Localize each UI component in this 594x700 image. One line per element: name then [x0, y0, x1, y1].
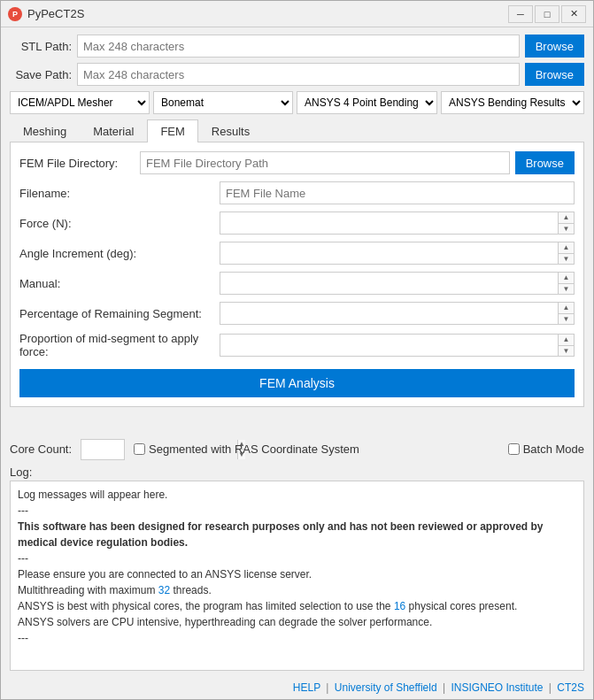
angle-down-arrow[interactable]: ▼ — [559, 254, 574, 265]
mesher-dropdown[interactable]: ICEM/APDL Mesher — [10, 91, 150, 114]
core-count-label: Core Count: — [10, 442, 72, 456]
fem-dir-label: FEM File Directory: — [19, 157, 135, 170]
angle-spinner: 10.00 ▲ ▼ — [220, 242, 575, 265]
tab-fem[interactable]: FEM — [147, 119, 197, 142]
fem-tab-content: FEM File Directory: Browse Filename: For… — [10, 142, 584, 407]
save-path-input[interactable] — [77, 63, 520, 86]
log-line-7: ANSYS solvers are CPU intensive, hyperth… — [18, 614, 576, 630]
manual-spinner: 2 ▲ ▼ — [220, 272, 575, 295]
pct-segment-up-arrow[interactable]: ▲ — [559, 303, 574, 314]
segmented-label: Segmented with RAS Coordinate System — [149, 442, 359, 456]
force-arrows: ▲ ▼ — [558, 212, 574, 234]
pct-segment-spinner: 0.50 ▲ ▼ — [220, 302, 575, 325]
save-path-row: Save Path: Browse — [10, 63, 584, 86]
manual-arrows: ▲ ▼ — [558, 273, 574, 294]
save-path-label: Save Path: — [10, 68, 72, 81]
log-line-5: Multithreading with maximum 32 threads. — [18, 582, 576, 598]
maximize-button[interactable]: □ — [535, 5, 559, 23]
proportion-arrows: ▲ ▼ — [558, 335, 574, 356]
stl-browse-button[interactable]: Browse — [525, 35, 584, 58]
ct2s-link[interactable]: CT2S — [557, 681, 584, 694]
proportion-up-arrow[interactable]: ▲ — [559, 335, 574, 346]
filename-input[interactable] — [220, 181, 575, 204]
angle-arrows: ▲ ▼ — [558, 242, 574, 264]
sheffield-link[interactable]: University of Sheffield — [335, 681, 437, 694]
app-icon: P — [8, 7, 22, 21]
window-title: PyPeCT2S — [27, 7, 508, 20]
stl-path-row: STL Path: Browse — [10, 35, 584, 58]
log-line-2: This software has been designed for rese… — [18, 519, 576, 550]
proportion-label: Proportion of mid-segment to apply force… — [19, 332, 214, 358]
fem-dir-input[interactable] — [140, 151, 510, 174]
force-up-arrow[interactable]: ▲ — [559, 212, 574, 224]
segmented-checkbox[interactable] — [134, 443, 145, 455]
pct-segment-input[interactable]: 0.50 — [220, 303, 558, 324]
pct-segment-row: Percentage of Remaining Segment: 0.50 ▲ … — [19, 302, 575, 325]
force-down-arrow[interactable]: ▼ — [559, 224, 574, 235]
tab-results[interactable]: Results — [198, 119, 263, 142]
log-cores-highlight: 16 — [394, 600, 405, 612]
close-button[interactable]: ✕ — [561, 5, 586, 23]
angle-label: Angle Increment (deg): — [19, 247, 214, 260]
tab-material[interactable]: Material — [80, 119, 147, 142]
tab-container: Meshing Material FEM Results FEM File Di… — [10, 119, 584, 407]
segmented-checkbox-group[interactable]: Segmented with RAS Coordinate System — [134, 442, 359, 456]
proportion-input[interactable]: 0.50 — [220, 335, 558, 356]
manual-up-arrow[interactable]: ▲ — [559, 273, 574, 284]
analysis-dropdown[interactable]: ANSYS 4 Point Bending — [297, 91, 437, 114]
minimize-button[interactable]: ─ — [508, 5, 533, 23]
filename-row: Filename: — [19, 181, 575, 204]
footer-sep-1: | — [326, 681, 328, 694]
tab-meshing[interactable]: Meshing — [10, 119, 80, 142]
main-window: P PyPeCT2S ─ □ ✕ STL Path: Browse Save P… — [0, 0, 594, 700]
proportion-row: Proportion of mid-segment to apply force… — [19, 332, 575, 358]
fem-dir-browse-button[interactable]: Browse — [515, 151, 575, 174]
core-count-spinner: 1 ▲ ▼ — [81, 439, 125, 460]
force-row: Force (N): 120.00 ▲ ▼ — [19, 212, 575, 235]
log-line-8: --- — [18, 630, 576, 646]
insigneo-link[interactable]: INSIGNEO Institute — [451, 681, 543, 694]
log-box: Log messages will appear here. --- This … — [10, 481, 584, 672]
batch-mode-label: Batch Mode — [523, 442, 584, 456]
manual-row: Manual: 2 ▲ ▼ — [19, 272, 575, 295]
fem-analysis-button[interactable]: FEM Analysis — [19, 369, 575, 397]
batch-mode-checkbox[interactable] — [508, 443, 520, 455]
angle-input[interactable]: 10.00 — [220, 242, 558, 264]
angle-up-arrow[interactable]: ▲ — [559, 242, 574, 254]
manual-label: Manual: — [19, 277, 214, 290]
proportion-spinner: 0.50 ▲ ▼ — [220, 334, 575, 357]
proportion-down-arrow[interactable]: ▼ — [559, 346, 574, 357]
pct-segment-down-arrow[interactable]: ▼ — [559, 314, 574, 325]
stl-path-input[interactable] — [77, 35, 520, 58]
log-line-4: Please ensure you are connected to an AN… — [18, 566, 576, 582]
dropdown-row: ICEM/APDL Mesher Bonemat ANSYS 4 Point B… — [10, 91, 584, 114]
save-browse-button[interactable]: Browse — [525, 63, 584, 86]
bottom-bar: Core Count: 1 ▲ ▼ Segmented with RAS Coo… — [1, 434, 593, 465]
log-line-6: ANSYS is best with physical cores, the p… — [18, 598, 576, 614]
filename-label: Filename: — [19, 187, 214, 200]
manual-down-arrow[interactable]: ▼ — [559, 284, 574, 295]
footer-sep-3: | — [549, 681, 552, 694]
main-content: STL Path: Browse Save Path: Browse ICEM/… — [1, 27, 593, 434]
window-controls: ─ □ ✕ — [508, 5, 586, 23]
pct-segment-arrows: ▲ ▼ — [558, 303, 574, 324]
batch-mode-checkbox-group[interactable]: Batch Mode — [508, 442, 584, 456]
log-section: Log: Log messages will appear here. --- … — [1, 465, 593, 677]
force-input[interactable]: 120.00 — [220, 212, 558, 234]
pct-segment-label: Percentage of Remaining Segment: — [19, 307, 214, 320]
title-bar: P PyPeCT2S ─ □ ✕ — [1, 1, 593, 27]
help-link[interactable]: HELP — [293, 681, 320, 694]
manual-input[interactable]: 2 — [220, 273, 558, 294]
log-label: Log: — [10, 465, 584, 479]
footer: HELP | University of Sheffield | INSIGNE… — [1, 676, 593, 699]
force-label: Force (N): — [19, 217, 214, 230]
log-line-1: --- — [18, 503, 576, 519]
material-dropdown[interactable]: Bonemat — [153, 91, 293, 114]
log-line-3: --- — [18, 550, 576, 566]
results-dropdown[interactable]: ANSYS Bending Results — [441, 91, 584, 114]
app-icon-letter: P — [12, 10, 18, 19]
footer-sep-2: | — [443, 681, 445, 694]
log-thread-highlight: 32 — [158, 584, 170, 596]
stl-path-label: STL Path: — [10, 40, 72, 53]
fem-dir-row: FEM File Directory: Browse — [19, 151, 575, 174]
